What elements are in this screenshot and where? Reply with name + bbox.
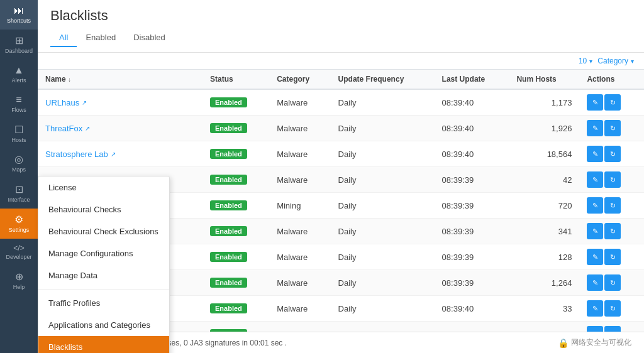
status-badge: Enabled [210, 252, 247, 262]
maps-icon: ◎ [14, 153, 23, 165]
category-select-wrapper[interactable]: Category ▾ [597, 57, 634, 65]
dropdown-item-manage-data[interactable]: Manage Data [38, 264, 169, 286]
name-link[interactable]: ThreatFox↗ [45, 124, 195, 133]
tab-disabled[interactable]: Disabled [125, 29, 174, 47]
cell-actions: ✎↻ [579, 141, 644, 167]
page-header: Blacklists All Enabled Disabled [38, 0, 644, 53]
col-status: Status [203, 70, 269, 90]
sidebar-item-hosts[interactable]: ☐ Hosts [0, 119, 38, 149]
sidebar-item-maps[interactable]: ◎ Maps [0, 148, 38, 178]
refresh-button[interactable]: ↻ [604, 300, 621, 317]
sidebar-item-flows[interactable]: ≡ Flows [0, 89, 38, 119]
edit-button[interactable]: ✎ [587, 249, 603, 265]
hosts-icon: ☐ [14, 124, 23, 136]
dropdown-item-manage-configurations[interactable]: Manage Configurations [38, 242, 169, 264]
sidebar-item-settings[interactable]: ⚙ Settings [0, 209, 38, 239]
cell-num-hosts: 720 [509, 193, 579, 219]
cell-last-update: 08:39:39 [435, 219, 509, 244]
dropdown-item-blacklists[interactable]: Blacklists [38, 336, 169, 353]
dropdown-item-applications-and-categories[interactable]: Applications and Categories [38, 314, 169, 336]
dashboard-icon: ⊞ [15, 35, 23, 46]
tab-enabled[interactable]: Enabled [77, 29, 125, 47]
cell-last-update: 08:39:40 [435, 141, 509, 167]
settings-icon: ⚙ [14, 214, 23, 225]
per-page-value: 10 [579, 57, 587, 65]
sidebar-label-shortcuts: Shortcuts [7, 18, 31, 24]
sidebar-item-developer[interactable]: </> Developer [0, 239, 38, 266]
cell-status: Enabled [203, 193, 269, 219]
cell-last-update: 08:39:39 [435, 167, 509, 193]
per-page-select-wrapper[interactable]: 10 ▾ [579, 57, 592, 65]
sidebar-label-settings: Settings [9, 227, 30, 234]
help-icon: ⊕ [15, 271, 23, 283]
refresh-button[interactable]: ↻ [604, 94, 621, 111]
cell-status: Enabled [203, 141, 269, 167]
cell-num-hosts: 42 [509, 167, 579, 193]
edit-button[interactable]: ✎ [587, 197, 603, 214]
cell-status: Enabled [203, 167, 269, 193]
col-name[interactable]: Name ↓ [38, 70, 203, 90]
dropdown-divider [38, 289, 169, 290]
cell-last-update: 08:39:39 [435, 244, 509, 270]
sidebar-label-alerts: Alerts [11, 78, 26, 84]
cell-actions: ✎↻ [579, 219, 644, 244]
cell-actions: ✎↻ [579, 116, 644, 141]
cell-last-update: 08:39:39 [435, 193, 509, 219]
name-link[interactable]: Stratosphere Lab↗ [45, 149, 195, 159]
sidebar-item-interface[interactable]: ⊡ Interface [0, 178, 38, 209]
refresh-button[interactable]: ↻ [604, 326, 621, 332]
sidebar-label-maps: Maps [12, 167, 26, 173]
sidebar-item-shortcuts[interactable]: ⏭ Shortcuts [0, 0, 38, 30]
cell-actions: ✎↻ [579, 296, 644, 322]
edit-button[interactable]: ✎ [587, 326, 603, 332]
tab-all[interactable]: All [50, 29, 77, 47]
cell-num-hosts: 18,564 [509, 141, 579, 167]
developer-icon: </> [13, 244, 24, 253]
dropdown-item-license[interactable]: License [38, 176, 169, 198]
edit-button[interactable]: ✎ [587, 274, 603, 291]
col-actions: Actions [579, 70, 644, 90]
sidebar-label-interface: Interface [8, 197, 30, 204]
cell-name: ThreatFox↗ [38, 116, 203, 141]
filter-bar: 10 ▾ Category ▾ [38, 53, 644, 69]
cell-actions: ✎↻ [579, 167, 644, 193]
sidebar-label-developer: Developer [6, 254, 31, 261]
col-num-hosts: Num Hosts [509, 70, 579, 90]
edit-button[interactable]: ✎ [587, 223, 603, 239]
cell-status: Enabled [203, 296, 269, 322]
cell-update-frequency: Daily [331, 141, 435, 167]
cell-update-frequency: Daily [331, 116, 435, 141]
sidebar-item-help[interactable]: ⊕ Help [0, 266, 38, 296]
refresh-button[interactable]: ↻ [604, 171, 621, 188]
refresh-button[interactable]: ↻ [604, 249, 621, 265]
page-title: Blacklists [50, 8, 631, 24]
dropdown-item-traffic-profiles[interactable]: Traffic Profiles [38, 292, 169, 314]
cell-category: Malware [269, 219, 330, 244]
refresh-button[interactable]: ↻ [604, 146, 621, 162]
cell-status: Enabled [203, 270, 269, 296]
refresh-button[interactable]: ↻ [604, 223, 621, 239]
cell-last-update: 08:39:38 [435, 322, 509, 332]
cell-category: Malware [269, 116, 330, 141]
cell-actions: ✎↻ [579, 193, 644, 219]
cell-update-frequency: Daily [331, 167, 435, 193]
edit-button[interactable]: ✎ [587, 120, 603, 136]
refresh-button[interactable]: ↻ [604, 197, 621, 214]
cell-actions: ✎↻ [579, 89, 644, 116]
refresh-button[interactable]: ↻ [604, 120, 621, 136]
edit-button[interactable]: ✎ [587, 146, 603, 162]
refresh-button[interactable]: ↻ [604, 274, 621, 291]
sidebar-item-alerts[interactable]: ▲ Alerts [0, 60, 38, 89]
edit-button[interactable]: ✎ [587, 94, 603, 111]
dropdown-item-behavioural-checks[interactable]: Behavioural Checks [38, 198, 169, 220]
cell-status: Enabled [203, 244, 269, 270]
edit-button[interactable]: ✎ [587, 300, 603, 317]
per-page-chevron-icon: ▾ [589, 58, 592, 65]
dropdown-item-behavioural-check-exclusions[interactable]: Behavioural Check Exclusions [38, 220, 169, 242]
table-row: URLhaus↗EnabledMalwareDaily08:39:401,173… [38, 89, 644, 116]
sidebar-item-dashboard[interactable]: ⊞ Dashboard [0, 30, 38, 60]
name-link[interactable]: URLhaus↗ [45, 98, 195, 107]
edit-button[interactable]: ✎ [587, 171, 603, 188]
external-link-icon: ↗ [111, 151, 116, 158]
cell-update-frequency: Daily [331, 270, 435, 296]
